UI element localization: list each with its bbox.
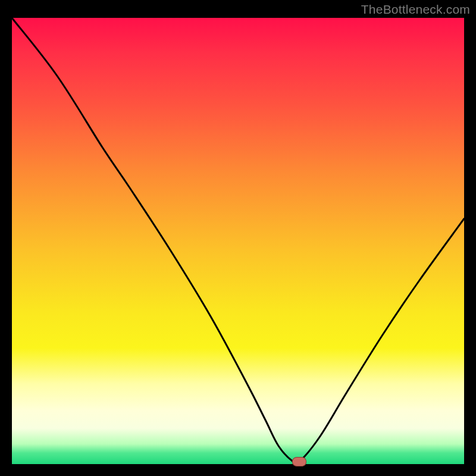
optimal-point-marker [292, 457, 306, 466]
bottleneck-curve [12, 18, 464, 464]
bottleneck-chart: TheBottleneck.com [0, 0, 476, 476]
plot-area [12, 18, 464, 464]
watermark-text: TheBottleneck.com [361, 2, 470, 17]
